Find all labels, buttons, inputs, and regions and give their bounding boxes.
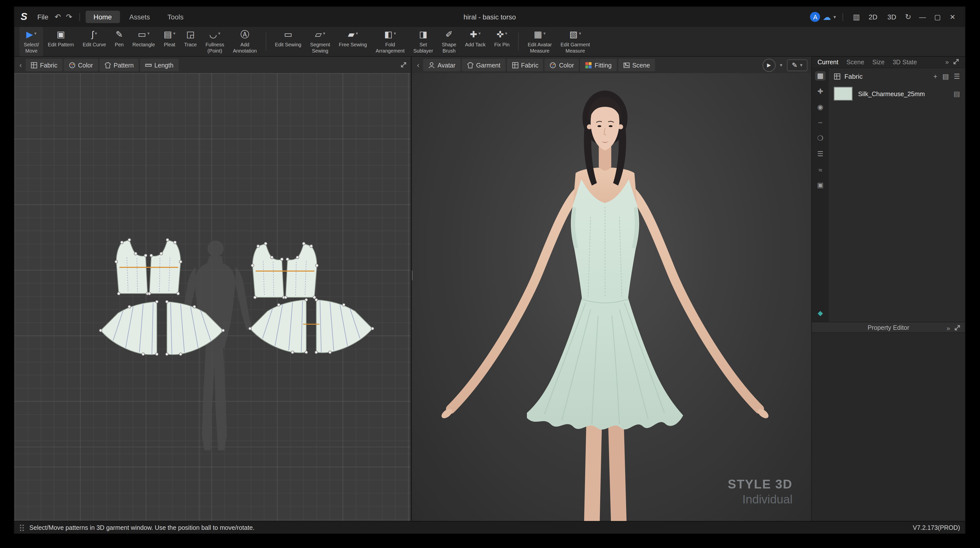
maximize-button[interactable]: ▢: [931, 13, 943, 21]
minimize-button[interactable]: —: [916, 13, 929, 21]
tab-label: Fitting: [595, 62, 612, 68]
light-icon[interactable]: ❍: [815, 134, 826, 143]
tool-set-sublayer[interactable]: ◨ Set Sublayer: [409, 27, 438, 56]
tab-2d-color[interactable]: Color: [64, 59, 98, 71]
property-editor-bar[interactable]: Property Editor »: [812, 322, 965, 333]
file-menu[interactable]: File: [33, 13, 52, 21]
sidebar-tab-scene[interactable]: Scene: [846, 59, 864, 66]
close-button[interactable]: ✕: [947, 13, 959, 21]
add-fabric-icon[interactable]: +: [933, 73, 937, 80]
sidebar-tab-size[interactable]: Size: [872, 59, 885, 66]
simulate-button[interactable]: ▶: [762, 58, 776, 71]
avatar-face: [587, 97, 623, 151]
tool-dropdown-icon[interactable]: ▾: [95, 31, 97, 36]
view-2d-button[interactable]: 2D: [865, 13, 881, 21]
statusbar-grip-icon[interactable]: [19, 524, 25, 531]
tool-add-tack[interactable]: ✚ ▾ Add Tack: [461, 27, 490, 56]
brush-tool-button[interactable]: ✎ ▾: [787, 59, 808, 71]
simulate-dropdown-icon[interactable]: ▾: [780, 62, 782, 68]
garment-dress[interactable]: [527, 179, 683, 430]
cloud-sync-icon[interactable]: ☁: [823, 12, 831, 22]
tab-2d-fabric[interactable]: Fabric: [25, 59, 62, 71]
tool-rectangle[interactable]: ▭ ▾ Rectangle: [128, 27, 159, 56]
menu-tab-tools[interactable]: Tools: [159, 11, 192, 23]
tool-dropdown-icon[interactable]: ▾: [356, 31, 358, 36]
tool-dropdown-icon[interactable]: ▾: [218, 31, 220, 36]
tool-dropdown-icon[interactable]: ▾: [34, 31, 37, 36]
panel-splitter-handle[interactable]: [412, 270, 413, 281]
garment-3d-window[interactable]: ‹ Avatar Garment Fabric: [412, 57, 811, 521]
tab-2d-length[interactable]: Length: [140, 59, 178, 71]
tool-edit-pattern[interactable]: ▣ Edit Pattern: [43, 27, 78, 56]
tool-fix-pin[interactable]: ✜ ▾ Fix Pin: [490, 27, 514, 56]
lines-icon[interactable]: ☰: [815, 149, 826, 159]
measure-tape-icon[interactable]: ┄: [815, 118, 826, 127]
material-cube-icon[interactable]: ◆: [815, 309, 826, 318]
expand-sidebar-icon[interactable]: [953, 58, 959, 66]
account-avatar[interactable]: A: [810, 12, 820, 22]
collapse-property-icon[interactable]: »: [947, 324, 950, 332]
layers-icon[interactable]: ▤: [954, 90, 960, 98]
wave-icon[interactable]: ≈: [815, 165, 826, 174]
tab-2d-pattern[interactable]: Pattern: [99, 59, 139, 71]
cloud-dropdown-icon[interactable]: ▾: [834, 14, 836, 20]
collapse-sidebar-icon[interactable]: »: [945, 59, 949, 66]
pattern-piece-bodice[interactable]: [115, 238, 182, 295]
list-view-icon[interactable]: ☰: [954, 72, 960, 81]
tool-add-annotation[interactable]: Ⓐ Add Annotation: [229, 27, 261, 56]
tool-edit-sewing[interactable]: ▭ Edit Sewing: [270, 27, 306, 56]
tool-segment-sewing[interactable]: ▱ ▾ Segment Sewing: [306, 27, 334, 56]
layout-columns-icon[interactable]: ▥: [850, 13, 862, 21]
tool-edit-curve[interactable]: ʃ ▾ Edit Curve: [78, 27, 110, 56]
tool-dropdown-icon[interactable]: ▾: [579, 31, 581, 36]
avatar-3d-render[interactable]: [412, 73, 811, 521]
tab-3d-color[interactable]: Color: [544, 59, 579, 71]
tool-shape-brush[interactable]: ✐ Shape Brush: [438, 27, 461, 56]
tool-pleat[interactable]: ▤ ▾ Pleat: [159, 27, 180, 56]
fabric-library-icon[interactable]: ▦: [815, 71, 826, 81]
move-icon[interactable]: ✚: [815, 87, 826, 96]
tool-dropdown-icon[interactable]: ▾: [394, 31, 396, 36]
collapse-tabs-icon[interactable]: ‹: [19, 60, 22, 69]
redo-icon[interactable]: ↷: [63, 13, 75, 21]
undo-icon[interactable]: ↶: [52, 13, 63, 21]
tool-dropdown-icon[interactable]: ▾: [323, 31, 325, 36]
expand-panel-icon[interactable]: [400, 59, 407, 70]
box-icon[interactable]: ▣: [815, 181, 826, 190]
tool-pen[interactable]: ✎ Pen: [110, 27, 128, 56]
menu-tab-home[interactable]: Home: [85, 11, 120, 23]
refresh-icon[interactable]: ↻: [902, 13, 914, 21]
tool-dropdown-icon[interactable]: ▾: [173, 31, 175, 36]
tool-fold-arrangement[interactable]: ◧ ▾ Fold Arrangement: [371, 27, 409, 56]
tool-edit-avatar-measure[interactable]: ▦ ▾ Edit Avatar Measure: [523, 27, 556, 56]
fabric-swatch[interactable]: [834, 87, 853, 101]
view-3d-button[interactable]: 3D: [884, 13, 900, 21]
pattern-2d-window[interactable]: ‹ Fabric Color Pattern: [14, 57, 412, 521]
tab-3d-scene[interactable]: Scene: [618, 59, 655, 71]
tool-dropdown-icon[interactable]: ▾: [479, 31, 481, 36]
tool-fullness-point[interactable]: ◡ ▾ Fullness (Point): [201, 27, 229, 56]
menu-tab-assets[interactable]: Assets: [121, 11, 158, 23]
grid-view-icon[interactable]: ▤: [942, 72, 949, 81]
tool-dropdown-icon[interactable]: ▾: [147, 31, 150, 36]
sidebar-tab-current[interactable]: Current: [818, 59, 838, 66]
tool-edit-garment-measure[interactable]: ▧ ▾ Edit Garment Measure: [556, 27, 594, 56]
tool-select-move[interactable]: ▶ ▾ Select/ Move: [19, 27, 43, 56]
pattern-pieces-canvas[interactable]: [14, 73, 412, 521]
sidebar-tab-3d-state[interactable]: 3D State: [892, 59, 917, 66]
sphere-icon[interactable]: ◉: [815, 102, 826, 112]
tab-3d-fabric[interactable]: Fabric: [507, 59, 543, 71]
tool-trace[interactable]: ◲ Trace: [180, 27, 201, 56]
tool-free-sewing[interactable]: ▰ ▾ Free Sewing: [334, 27, 371, 56]
tool-dropdown-icon[interactable]: ▾: [505, 31, 508, 36]
collapse-tabs-icon[interactable]: ‹: [417, 60, 420, 69]
tab-3d-avatar[interactable]: Avatar: [423, 59, 461, 71]
tool-dropdown-icon[interactable]: ▾: [543, 31, 546, 36]
tool-label: Fullness (Point): [205, 42, 224, 54]
tab-3d-garment[interactable]: Garment: [462, 59, 506, 71]
fabric-list-item[interactable]: Silk_Charmeuse_25mm ▤: [829, 84, 965, 103]
fabric-panel-header: Fabric + ▤ ☰: [829, 68, 965, 84]
tab-3d-fitting[interactable]: Fitting: [580, 59, 617, 71]
document-title: hiral - basic torso: [464, 7, 516, 27]
expand-property-icon[interactable]: [954, 324, 961, 332]
